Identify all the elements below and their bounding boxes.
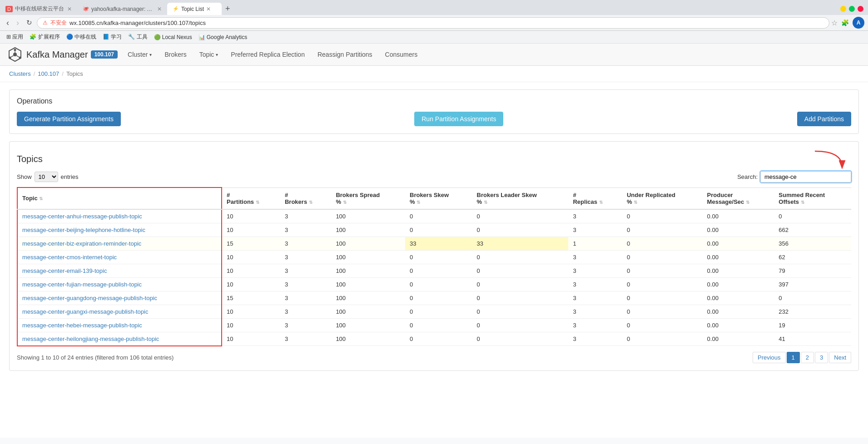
table-cell: 0 [774, 209, 851, 223]
sort-icon-3: ⇅ [309, 200, 312, 205]
minimize-button[interactable] [840, 6, 846, 12]
col-partitions[interactable]: #Partitions ⇅ [222, 187, 280, 209]
address-bar[interactable]: ⚠ 不安全 wx.10085.cn/kafka-manager/clusters… [37, 17, 829, 29]
tab-2[interactable]: 🐙 yahoo/kafka-manager: A too... ✕ [77, 3, 167, 15]
topic-link[interactable]: message-center-heilongjiang-message-publ… [22, 335, 159, 342]
menu-preferred-replica[interactable]: Preferred Replica Election [224, 46, 311, 63]
breadcrumb-cluster-id[interactable]: 100.107 [38, 70, 59, 77]
bookmark-google-analytics[interactable]: 📊 Google Analytics [196, 33, 250, 41]
table-cell: 0 [622, 332, 703, 346]
cluster-caret-icon: ▾ [149, 52, 152, 57]
tab-3[interactable]: ⚡ Topic List ✕ [167, 3, 222, 15]
col-leader-skew[interactable]: Brokers Leader Skew% ⇅ [472, 187, 569, 209]
new-tab-button[interactable]: + [222, 3, 234, 15]
add-partitions-button[interactable]: Add Partitions [797, 112, 851, 126]
page-1-button[interactable]: 1 [787, 352, 800, 363]
entries-select[interactable]: 10 25 50 100 [35, 172, 58, 182]
breadcrumb-clusters[interactable]: Clusters [9, 70, 31, 77]
tab-1-close[interactable]: ✕ [67, 6, 72, 12]
col-topic[interactable]: Topic ⇅ [17, 187, 222, 209]
col-producer-msg[interactable]: ProducerMessage/Sec ⇅ [703, 187, 774, 209]
table-cell: 3 [280, 291, 331, 305]
topic-link[interactable]: message-center-guangdong-message-publish… [22, 295, 157, 301]
table-cell: 41 [774, 332, 851, 346]
svg-line-6 [17, 56, 19, 57]
maximize-button[interactable] [849, 6, 855, 12]
extensions-button[interactable]: 🧩 [839, 18, 851, 27]
table-cell: 0 [472, 332, 569, 346]
browser-chrome: D 中移在线研发云平台 ✕ 🐙 yahoo/kafka-manager: A t… [0, 0, 868, 44]
bookmark-local-nexus[interactable]: 🟢 Local Nexus [151, 33, 195, 41]
topic-link[interactable]: message-center-fujian-message-publish-to… [22, 281, 142, 288]
table-cell: 3 [280, 250, 331, 264]
topic-link[interactable]: message-center-beijing-telephone-hotline… [22, 227, 145, 233]
tab-1[interactable]: D 中移在线研发云平台 ✕ [0, 3, 77, 15]
run-partition-assignments-button[interactable]: Run Partition Assignments [414, 112, 503, 126]
table-cell: 0 [622, 291, 703, 305]
table-cell: 0 [405, 318, 472, 332]
km-logo-text: Kafka Manager [26, 49, 88, 60]
next-page-button[interactable]: Next [829, 352, 851, 363]
sort-icon-7: ⇅ [599, 200, 603, 205]
reload-button[interactable]: ↻ [24, 18, 35, 28]
page-3-button[interactable]: 3 [815, 352, 828, 363]
close-button[interactable] [858, 6, 863, 12]
generate-partition-assignments-button[interactable]: Generate Partition Assignments [17, 112, 121, 126]
km-logo: Kafka Manager [7, 47, 88, 62]
bookmark-extensions[interactable]: 🧩 扩展程序 [27, 32, 62, 42]
table-row: message-center-email-139-topic1031000030… [17, 264, 851, 277]
profile-button[interactable]: A [853, 17, 864, 29]
sort-icon-2: ⇅ [256, 200, 259, 205]
prev-page-button[interactable]: Previous [753, 352, 786, 363]
topic-caret-icon: ▾ [216, 52, 218, 57]
menu-consumers[interactable]: Consumers [379, 46, 424, 63]
bookmark-tools[interactable]: 🔧 工具 [125, 32, 150, 42]
table-cell: 0 [472, 305, 569, 318]
table-row: message-center-cmos-internet-topic103100… [17, 250, 851, 264]
bookmark-learn[interactable]: 📘 学习 [100, 32, 124, 42]
page-2-button[interactable]: 2 [801, 352, 814, 363]
menu-cluster[interactable]: Cluster ▾ [121, 46, 158, 63]
table-row: message-center-biz-expiration-reminder-t… [17, 237, 851, 250]
bookmark-apps[interactable]: ⊞ 应用 [4, 32, 26, 42]
tab-3-close[interactable]: ✕ [206, 6, 211, 12]
search-label: Search: [737, 173, 758, 180]
topic-link[interactable]: message-center-cmos-internet-topic [22, 254, 117, 261]
table-controls: Show 10 25 50 100 entries Search: [17, 171, 851, 183]
topic-link[interactable]: message-center-anhui-message-publish-top… [22, 213, 142, 220]
bookmark-zhongyi[interactable]: 🔵 中移在线 [64, 32, 99, 42]
sort-icon-10: ⇅ [801, 200, 804, 205]
topics-table: Topic ⇅ #Partitions ⇅ #Brokers ⇅ Brokers… [17, 187, 851, 346]
search-control: Search: [737, 171, 851, 183]
tab-2-close[interactable]: ✕ [157, 6, 162, 12]
menu-brokers[interactable]: Brokers [158, 46, 193, 63]
table-cell: 662 [774, 223, 851, 237]
svg-point-3 [19, 57, 21, 59]
table-cell: 100 [331, 250, 405, 264]
forward-button[interactable]: › [14, 17, 22, 29]
table-cell: 0 [622, 223, 703, 237]
table-cell: 232 [774, 305, 851, 318]
col-under-replicated[interactable]: Under Replicated% ⇅ [622, 187, 703, 209]
col-spread[interactable]: Brokers Spread% ⇅ [331, 187, 405, 209]
topic-link[interactable]: message-center-guangxi-message-publish-t… [22, 308, 148, 315]
topic-link[interactable]: message-center-biz-expiration-reminder-t… [22, 240, 141, 247]
search-input[interactable] [760, 171, 851, 183]
table-cell: 0.00 [703, 305, 774, 318]
back-button[interactable]: ‹ [4, 17, 12, 29]
bookmark-star-button[interactable]: ☆ [831, 19, 838, 27]
col-skew[interactable]: Brokers Skew% ⇅ [405, 187, 472, 209]
menu-reassign-partitions[interactable]: Reassign Partitions [311, 46, 379, 63]
col-offsets[interactable]: Summed RecentOffsets ⇅ [774, 187, 851, 209]
topic-link[interactable]: message-center-hebei-message-publish-top… [22, 322, 142, 329]
menu-topic[interactable]: Topic ▾ [193, 46, 225, 63]
topic-link[interactable]: message-center-email-139-topic [22, 267, 107, 274]
col-brokers[interactable]: #Brokers ⇅ [280, 187, 331, 209]
table-cell: 0 [622, 237, 703, 250]
table-cell: 3 [568, 332, 622, 346]
table-cell: 33 [405, 237, 472, 250]
table-cell: 0.00 [703, 209, 774, 223]
table-cell: 0.00 [703, 291, 774, 305]
tab-3-favicon: ⚡ [173, 6, 179, 12]
col-replicas[interactable]: #Replicas ⇅ [568, 187, 622, 209]
